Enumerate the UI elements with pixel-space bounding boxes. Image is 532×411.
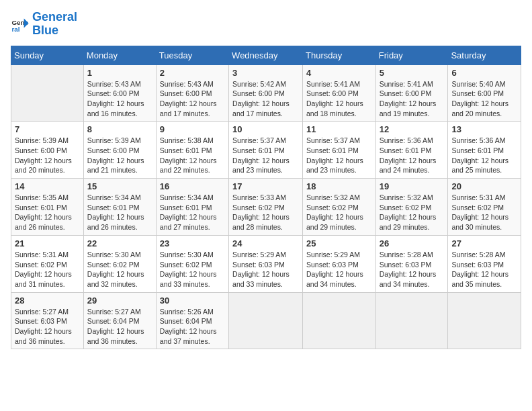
day-info: Sunrise: 5:39 AMSunset: 6:00 PMDaylight:… [15,136,80,175]
day-number: 11 [306,124,372,134]
calendar-cell: 22Sunrise: 5:30 AMSunset: 6:02 PMDayligh… [83,235,156,292]
day-info: Sunrise: 5:30 AMSunset: 6:02 PMDaylight:… [87,250,152,289]
logo-icon: Gene ral [11,15,30,34]
calendar-cell: 24Sunrise: 5:29 AMSunset: 6:03 PMDayligh… [229,235,303,292]
calendar-cell: 10Sunrise: 5:37 AMSunset: 6:01 PMDayligh… [229,122,303,179]
calendar-cell: 21Sunrise: 5:31 AMSunset: 6:02 PMDayligh… [11,235,84,292]
week-row-1: 1Sunrise: 5:43 AMSunset: 6:00 PMDaylight… [11,64,521,122]
week-row-2: 7Sunrise: 5:39 AMSunset: 6:00 PMDaylight… [11,122,521,179]
calendar-cell: 13Sunrise: 5:36 AMSunset: 6:01 PMDayligh… [448,122,521,179]
day-number: 20 [451,181,517,191]
day-number: 9 [160,124,225,134]
calendar-cell [303,292,376,349]
day-number: 12 [380,124,445,134]
calendar-cell: 7Sunrise: 5:39 AMSunset: 6:00 PMDaylight… [11,122,84,179]
day-number: 30 [160,295,225,306]
day-info: Sunrise: 5:34 AMSunset: 6:01 PMDaylight:… [87,193,152,232]
calendar-cell: 30Sunrise: 5:26 AMSunset: 6:04 PMDayligh… [156,292,228,349]
day-info: Sunrise: 5:34 AMSunset: 6:01 PMDaylight:… [160,193,225,232]
day-info: Sunrise: 5:37 AMSunset: 6:01 PMDaylight:… [306,136,372,175]
calendar-cell: 26Sunrise: 5:28 AMSunset: 6:03 PMDayligh… [375,235,448,292]
day-number: 10 [232,124,299,134]
day-number: 13 [451,124,517,134]
day-number: 21 [15,238,80,248]
day-info: Sunrise: 5:40 AMSunset: 6:00 PMDaylight:… [451,79,517,119]
calendar-cell: 15Sunrise: 5:34 AMSunset: 6:01 PMDayligh… [83,179,156,236]
day-info: Sunrise: 5:26 AMSunset: 6:04 PMDaylight:… [160,307,225,347]
calendar-cell [11,64,84,122]
calendar-cell: 29Sunrise: 5:27 AMSunset: 6:04 PMDayligh… [83,292,156,349]
week-row-3: 14Sunrise: 5:35 AMSunset: 6:01 PMDayligh… [11,179,521,236]
day-info: Sunrise: 5:30 AMSunset: 6:02 PMDaylight:… [160,250,225,289]
day-info: Sunrise: 5:43 AMSunset: 6:00 PMDaylight:… [87,79,152,119]
day-number: 28 [15,295,80,306]
day-info: Sunrise: 5:32 AMSunset: 6:02 PMDaylight:… [380,193,445,232]
day-info: Sunrise: 5:33 AMSunset: 6:02 PMDaylight:… [232,193,299,232]
weekday-header-friday: Friday [375,46,448,64]
calendar-cell: 8Sunrise: 5:39 AMSunset: 6:00 PMDaylight… [83,122,156,179]
day-number: 22 [87,238,152,248]
day-number: 23 [160,238,225,248]
calendar-cell: 17Sunrise: 5:33 AMSunset: 6:02 PMDayligh… [229,179,303,236]
calendar-cell: 12Sunrise: 5:36 AMSunset: 6:01 PMDayligh… [375,122,448,179]
calendar-cell: 20Sunrise: 5:31 AMSunset: 6:02 PMDayligh… [448,179,521,236]
day-info: Sunrise: 5:28 AMSunset: 6:03 PMDaylight:… [380,250,445,289]
day-number: 17 [232,181,299,191]
day-number: 5 [380,68,445,78]
weekday-header-saturday: Saturday [448,46,521,64]
calendar-cell: 3Sunrise: 5:42 AMSunset: 6:00 PMDaylight… [229,64,303,122]
calendar-cell: 28Sunrise: 5:27 AMSunset: 6:03 PMDayligh… [11,292,84,349]
day-number: 3 [232,68,299,78]
day-info: Sunrise: 5:27 AMSunset: 6:04 PMDaylight:… [87,307,152,347]
day-info: Sunrise: 5:28 AMSunset: 6:03 PMDaylight:… [451,250,517,289]
logo: Gene ral General Blue [11,11,77,38]
day-info: Sunrise: 5:32 AMSunset: 6:02 PMDaylight:… [306,193,372,232]
day-info: Sunrise: 5:43 AMSunset: 6:00 PMDaylight:… [160,79,225,119]
calendar-cell: 2Sunrise: 5:43 AMSunset: 6:00 PMDaylight… [156,64,228,122]
calendar-cell: 25Sunrise: 5:29 AMSunset: 6:03 PMDayligh… [303,235,376,292]
calendar-cell: 1Sunrise: 5:43 AMSunset: 6:00 PMDaylight… [83,64,156,122]
day-number: 7 [15,124,80,134]
day-number: 29 [87,295,152,306]
day-info: Sunrise: 5:27 AMSunset: 6:03 PMDaylight:… [15,307,80,347]
weekday-header-wednesday: Wednesday [229,46,303,64]
day-info: Sunrise: 5:31 AMSunset: 6:02 PMDaylight:… [451,193,517,232]
calendar-cell: 14Sunrise: 5:35 AMSunset: 6:01 PMDayligh… [11,179,84,236]
calendar-cell: 5Sunrise: 5:41 AMSunset: 6:00 PMDaylight… [375,64,448,122]
calendar-cell: 16Sunrise: 5:34 AMSunset: 6:01 PMDayligh… [156,179,228,236]
logo-text: General [32,11,77,24]
calendar-cell [448,292,521,349]
day-info: Sunrise: 5:36 AMSunset: 6:01 PMDaylight:… [451,136,517,175]
logo-text2: Blue [32,24,77,38]
day-info: Sunrise: 5:42 AMSunset: 6:00 PMDaylight:… [232,79,299,119]
day-info: Sunrise: 5:29 AMSunset: 6:03 PMDaylight:… [306,250,372,289]
weekday-header-monday: Monday [83,46,156,64]
week-row-5: 28Sunrise: 5:27 AMSunset: 6:03 PMDayligh… [11,292,521,349]
calendar-cell: 27Sunrise: 5:28 AMSunset: 6:03 PMDayligh… [448,235,521,292]
weekday-header-tuesday: Tuesday [156,46,228,64]
calendar-cell: 11Sunrise: 5:37 AMSunset: 6:01 PMDayligh… [303,122,376,179]
day-info: Sunrise: 5:31 AMSunset: 6:02 PMDaylight:… [15,250,80,289]
day-number: 6 [451,68,517,78]
calendar-cell: 23Sunrise: 5:30 AMSunset: 6:02 PMDayligh… [156,235,228,292]
calendar-cell: 4Sunrise: 5:41 AMSunset: 6:00 PMDaylight… [303,64,376,122]
day-number: 25 [306,238,372,248]
weekday-header-thursday: Thursday [303,46,376,64]
day-info: Sunrise: 5:29 AMSunset: 6:03 PMDaylight:… [232,250,299,289]
day-info: Sunrise: 5:38 AMSunset: 6:01 PMDaylight:… [160,136,225,175]
day-number: 4 [306,68,372,78]
svg-text:ral: ral [11,26,19,33]
calendar-table: SundayMondayTuesdayWednesdayThursdayFrid… [11,46,521,350]
week-row-4: 21Sunrise: 5:31 AMSunset: 6:02 PMDayligh… [11,235,521,292]
day-number: 8 [87,124,152,134]
day-number: 16 [160,181,225,191]
day-info: Sunrise: 5:35 AMSunset: 6:01 PMDaylight:… [15,193,80,232]
day-number: 18 [306,181,372,191]
weekday-header-sunday: Sunday [11,46,84,64]
day-info: Sunrise: 5:41 AMSunset: 6:00 PMDaylight:… [380,79,445,119]
day-number: 14 [15,181,80,191]
day-info: Sunrise: 5:41 AMSunset: 6:00 PMDaylight:… [306,79,372,119]
calendar-cell: 6Sunrise: 5:40 AMSunset: 6:00 PMDaylight… [448,64,521,122]
day-info: Sunrise: 5:36 AMSunset: 6:01 PMDaylight:… [380,136,445,175]
day-number: 27 [451,238,517,248]
